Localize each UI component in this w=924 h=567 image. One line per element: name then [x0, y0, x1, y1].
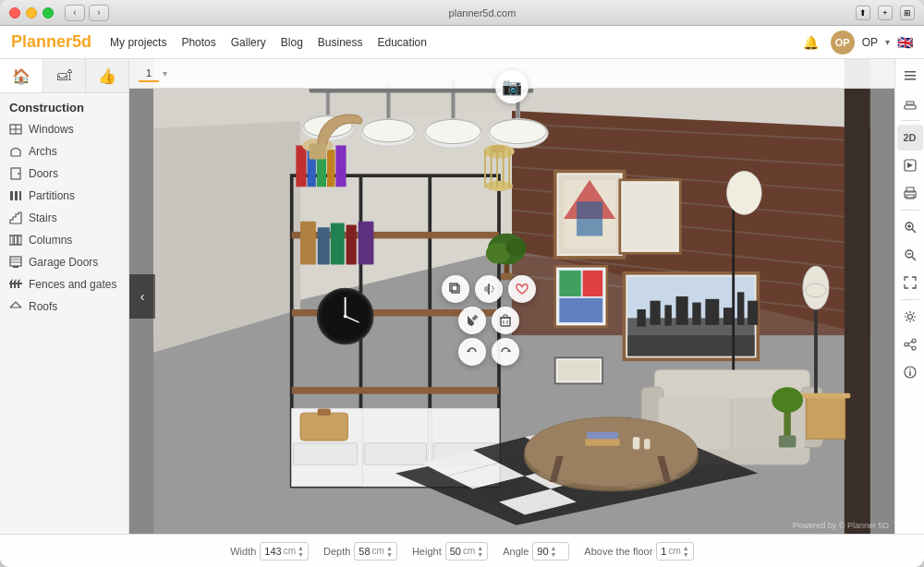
svg-point-200 [912, 339, 916, 343]
height-stepper[interactable]: ▲▼ [477, 545, 483, 558]
mirror-button[interactable] [475, 275, 503, 303]
bookmark-icon[interactable]: + [878, 6, 893, 20]
svg-rect-106 [650, 301, 661, 325]
sidebar-tabs: 🏠 🛋 👍 [0, 59, 128, 93]
svg-point-141 [525, 417, 698, 487]
floor-stepper[interactable]: ▲▼ [683, 545, 689, 558]
delete-button[interactable] [492, 307, 519, 334]
rotate-left-button[interactable] [458, 338, 486, 366]
garage-doors-icon [9, 256, 22, 269]
roofs-label: Roofs [29, 300, 57, 313]
svg-rect-166 [331, 223, 345, 265]
nav-photos[interactable]: Photos [181, 36, 215, 49]
depth-stepper[interactable]: ▲▼ [386, 545, 393, 558]
sidebar-item-fences[interactable]: Fences and gates [0, 273, 128, 296]
notifications-button[interactable]: 🔔 [799, 30, 823, 54]
3d-view[interactable]: 1 ▾ 📷 ‹ [129, 59, 894, 534]
sidebar-item-partitions[interactable]: Partitions [0, 185, 128, 207]
view-tab-arrow: ▾ [163, 68, 167, 78]
sidebar-item-columns[interactable]: Columns [0, 229, 128, 251]
print-button[interactable] [897, 180, 923, 206]
rotate-right-button[interactable] [492, 338, 519, 366]
windows-icon [9, 123, 22, 136]
info-button[interactable] [897, 359, 923, 385]
2d-button[interactable]: 2D [897, 125, 923, 151]
svg-point-48 [362, 119, 414, 141]
sidebar-item-garage-doors[interactable]: Garage Doors [0, 251, 128, 273]
svg-rect-112 [737, 292, 744, 325]
back-button[interactable]: ‹ [65, 5, 85, 21]
settings-button[interactable] [897, 304, 923, 330]
doors-label: Doors [29, 167, 58, 180]
floor-value[interactable]: 1 cm ▲▼ [656, 542, 693, 561]
right-toolbar: 2D [894, 59, 924, 534]
user-dropdown-icon[interactable]: ▾ [885, 37, 890, 47]
zoom-in-button[interactable] [897, 214, 923, 240]
language-flag[interactable]: 🇬🇧 [897, 35, 913, 50]
width-value[interactable]: 143 cm ▲▼ [260, 542, 309, 561]
zoom-out-button[interactable] [897, 242, 923, 268]
svg-rect-109 [692, 303, 700, 325]
watermark: Powered by © Planner 5D [793, 521, 889, 530]
minimize-button[interactable] [26, 7, 37, 18]
sidebar-tab-furniture[interactable]: 🛋 [43, 59, 87, 92]
fullscreen-button[interactable] [897, 270, 923, 296]
archs-label: Archs [29, 145, 57, 158]
user-label[interactable]: OP [862, 36, 878, 49]
width-stepper[interactable]: ▲▼ [298, 545, 304, 558]
svg-rect-87 [327, 150, 334, 187]
svg-marker-22 [11, 279, 13, 281]
user-avatar[interactable]: OP [831, 30, 855, 54]
view-tab-1[interactable]: 1 [139, 66, 159, 82]
fences-icon [9, 278, 22, 291]
svg-rect-17 [13, 266, 18, 268]
height-label: Height [412, 546, 442, 557]
copy-button[interactable] [442, 275, 469, 303]
sidebar-item-windows[interactable]: Windows [0, 118, 128, 140]
like-button[interactable] [508, 275, 536, 303]
share-icon[interactable]: ⬆ [856, 6, 870, 20]
svg-rect-93 [577, 201, 602, 235]
sidebar-item-doors[interactable]: Doors [0, 163, 128, 185]
angle-value[interactable]: 90 ▲▼ [532, 542, 569, 561]
svg-rect-186 [906, 102, 914, 104]
layers-button[interactable] [897, 90, 923, 116]
back-arrow-button[interactable]: ‹ [129, 274, 155, 319]
sidebar: 🏠 🛋 👍 Construction Windows Archs [0, 59, 129, 534]
render-button[interactable] [897, 152, 923, 178]
sidebar-item-archs[interactable]: Archs [0, 140, 128, 163]
paint-button[interactable] [458, 307, 486, 334]
separator-2 [901, 210, 919, 211]
nav-education[interactable]: Education [378, 36, 427, 49]
width-field: Width 143 cm ▲▼ [230, 542, 309, 561]
nav-gallery[interactable]: Gallery [231, 36, 266, 49]
svg-rect-147 [644, 439, 650, 449]
sidebar-tab-liked[interactable]: 👍 [86, 59, 128, 92]
forward-button[interactable]: › [89, 5, 109, 21]
brand-logo[interactable]: Planner5d [11, 32, 91, 52]
window-icon[interactable]: ⊞ [900, 6, 915, 20]
depth-value[interactable]: 58 cm ▲▼ [354, 542, 397, 561]
maximize-button[interactable] [43, 7, 54, 18]
sidebar-tab-home[interactable]: 🏠 [0, 59, 43, 92]
nav-my-projects[interactable]: My projects [110, 36, 166, 49]
height-value[interactable]: 50 cm ▲▼ [445, 542, 489, 561]
sidebar-item-roofs[interactable]: Roofs [0, 296, 128, 318]
svg-rect-9 [10, 235, 13, 245]
camera-button[interactable]: 📷 [495, 70, 529, 103]
fences-label: Fences and gates [29, 278, 116, 291]
nav-business[interactable]: Business [318, 36, 363, 49]
share-button[interactable] [897, 332, 923, 357]
hamburger-menu-button[interactable] [897, 63, 923, 89]
sidebar-item-stairs[interactable]: Stairs [0, 207, 128, 229]
angle-stepper[interactable]: ▲▼ [551, 545, 557, 558]
svg-rect-70 [364, 443, 426, 464]
close-button[interactable] [9, 7, 20, 18]
depth-label: Depth [323, 546, 350, 557]
nav-blog[interactable]: Blog [281, 36, 303, 49]
svg-rect-185 [905, 105, 916, 109]
stairs-icon [9, 211, 22, 224]
svg-rect-150 [779, 435, 796, 447]
url-bar[interactable]: planner5d.com [109, 7, 856, 18]
svg-rect-14 [10, 257, 21, 266]
